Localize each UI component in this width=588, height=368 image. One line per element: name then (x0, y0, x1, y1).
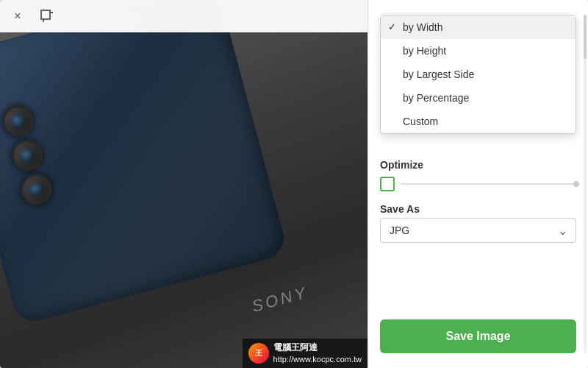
camera-module (0, 102, 55, 208)
save-as-section: Save As JPG PNG WEBP GIF (380, 203, 576, 243)
option-label-by-width: by Width (403, 21, 442, 33)
scroll-thumb (584, 15, 587, 59)
option-label-by-percentage: by Percentage (403, 92, 469, 104)
save-image-button[interactable]: Save Image (380, 319, 576, 353)
resize-option-by-width[interactable]: by Width (381, 15, 576, 39)
camera-lens-1 (0, 102, 37, 140)
svg-rect-0 (41, 10, 50, 19)
close-button[interactable]: × (7, 6, 28, 26)
watermark: 王 電腦王阿達 http://www.kocpc.com.tw (243, 339, 368, 368)
format-select[interactable]: JPG PNG WEBP GIF (380, 218, 576, 243)
crop-button[interactable] (37, 6, 57, 26)
option-label-custom: Custom (403, 116, 438, 127)
slider-thumb[interactable] (380, 177, 395, 191)
optimize-label: Optimize (380, 159, 576, 171)
option-label-by-height: by Height (403, 45, 446, 57)
close-icon: × (14, 10, 21, 23)
resize-dropdown[interactable]: by Width by Height by Largest Side by Pe… (380, 15, 576, 134)
app-window: × SONY 王 電腦王阿達 ht (0, 0, 588, 368)
optimize-slider-container (380, 177, 576, 191)
watermark-url: http://www.kocpc.com.tw (273, 354, 362, 365)
crop-icon (40, 9, 54, 24)
save-as-label: Save As (380, 203, 576, 215)
toolbar: × (0, 0, 368, 32)
resize-option-by-largest-side[interactable]: by Largest Side (381, 63, 576, 86)
resize-section: Resize by Width by Height by Largest Sid… (380, 15, 576, 29)
watermark-text: 電腦王阿達 http://www.kocpc.com.tw (273, 342, 362, 365)
slider-track[interactable] (401, 183, 576, 185)
watermark-avatar: 王 (248, 343, 269, 364)
watermark-brand: 電腦王阿達 (273, 342, 362, 354)
save-image-label: Save Image (445, 330, 510, 342)
option-label-by-largest-side: by Largest Side (403, 68, 474, 80)
camera-lens-2 (8, 136, 46, 174)
resize-option-by-percentage[interactable]: by Percentage (381, 86, 576, 110)
resize-option-custom[interactable]: Custom (381, 110, 576, 133)
optimize-section: Optimize (380, 159, 576, 191)
format-select-wrapper: JPG PNG WEBP GIF (380, 218, 576, 243)
resize-option-by-height[interactable]: by Height (381, 39, 576, 63)
right-panel: Resize by Width by Height by Largest Sid… (368, 0, 588, 368)
scroll-indicator (584, 15, 587, 353)
camera-lens-3 (18, 171, 55, 208)
image-panel: × SONY 王 電腦王阿達 ht (0, 0, 368, 368)
